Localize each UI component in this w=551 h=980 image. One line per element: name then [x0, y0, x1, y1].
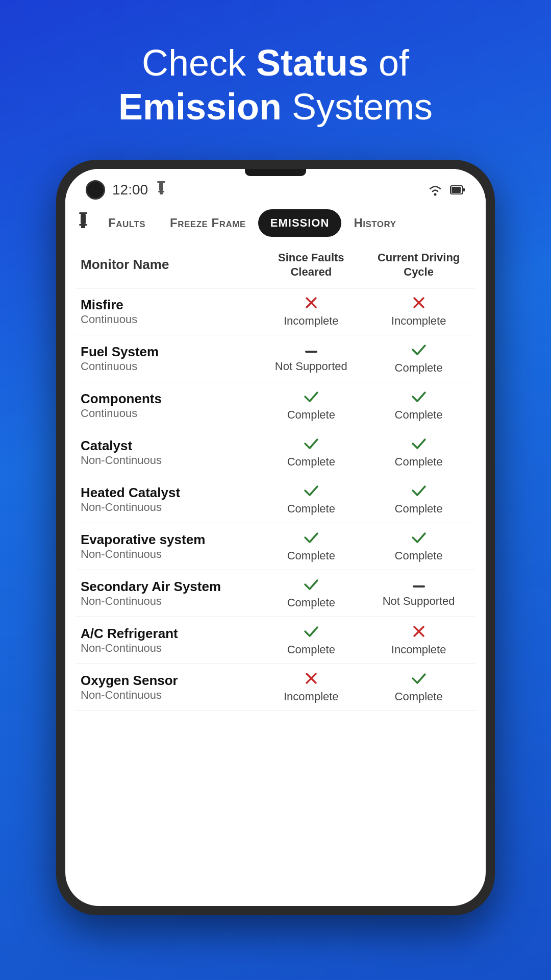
table-row: A/C RefrigerantNon-Continuous Complete I…: [76, 617, 475, 664]
monitor-type: Non-Continuous: [81, 689, 255, 702]
current-cycle-cell: Not Supported: [362, 570, 475, 617]
status-text: Complete: [367, 455, 470, 469]
check-icon: [265, 389, 357, 406]
tab-emission[interactable]: Emission: [258, 209, 342, 237]
svg-rect-6: [452, 187, 461, 193]
check-icon: [265, 436, 357, 453]
cross-icon: [265, 671, 357, 688]
cross-icon: [367, 624, 470, 641]
monitor-name-cell: A/C RefrigerantNon-Continuous: [76, 617, 260, 664]
current-cycle-cell: Complete: [362, 429, 475, 476]
obd-icon: [155, 181, 167, 199]
svg-rect-10: [79, 224, 87, 226]
check-icon: [367, 389, 470, 406]
since-faults-cell: Incomplete: [260, 664, 362, 710]
tab-freeze-frame[interactable]: Freeze Frame: [158, 209, 258, 237]
hero-emission: Emission: [118, 86, 282, 127]
svg-rect-8: [79, 212, 87, 214]
cross-icon: [265, 296, 357, 312]
check-icon: [367, 671, 470, 688]
emission-table: Monitor Name Since FaultsCleared Current…: [76, 242, 475, 711]
table-row: Fuel SystemContinuous Not Supported Comp…: [76, 335, 475, 382]
monitor-type: Continuous: [81, 360, 255, 373]
monitor-name: Oxygen Sensor: [81, 673, 255, 689]
monitor-name: Components: [81, 391, 255, 407]
since-faults-cell: Not Supported: [260, 335, 362, 382]
since-faults-cell: Complete: [260, 523, 362, 570]
status-text: Complete: [265, 502, 357, 516]
status-text: Incomplete: [367, 643, 470, 656]
svg-rect-9: [81, 214, 86, 224]
phone-frame: 12:00: [56, 160, 495, 915]
current-cycle-cell: Complete: [362, 476, 475, 523]
monitor-type: Non-Continuous: [81, 642, 255, 655]
wifi-icon: [427, 183, 444, 197]
current-cycle-cell: Complete: [362, 664, 475, 710]
svg-rect-7: [463, 188, 465, 191]
tab-faults[interactable]: Faults: [96, 209, 158, 237]
nav-tabs: Faults Freeze Frame Emission History: [65, 205, 486, 242]
col-since-faults: Since FaultsCleared: [260, 242, 362, 288]
monitor-name: Secondary Air System: [81, 579, 255, 595]
svg-rect-1: [159, 183, 163, 191]
dash-icon: [265, 344, 357, 358]
monitor-name: Evaporative system: [81, 532, 255, 548]
check-icon: [265, 624, 357, 641]
svg-rect-0: [157, 181, 165, 183]
status-time: 12:00: [112, 182, 148, 198]
table-row: Heated CatalystNon-Continuous Complete C…: [76, 476, 475, 523]
status-text: Complete: [265, 408, 357, 422]
current-cycle-cell: Complete: [362, 335, 475, 382]
table-row: Secondary Air SystemNon-Continuous Compl…: [76, 570, 475, 617]
table-row: MisfireContinuous Incomplete Incomplete: [76, 288, 475, 335]
status-text: Complete: [367, 361, 470, 375]
status-text: Incomplete: [265, 314, 357, 328]
monitor-name-cell: Heated CatalystNon-Continuous: [76, 476, 260, 523]
table-row: ComponentsContinuous Complete Complete: [76, 382, 475, 429]
monitor-type: Continuous: [81, 313, 255, 326]
current-cycle-cell: Incomplete: [362, 617, 475, 664]
monitor-name-cell: Oxygen SensorNon-Continuous: [76, 664, 260, 710]
table-row: Oxygen SensorNon-Continuous Incomplete C…: [76, 664, 475, 710]
table-row: Evaporative systemNon-Continuous Complet…: [76, 523, 475, 570]
since-faults-cell: Complete: [260, 429, 362, 476]
dash-icon: [367, 578, 470, 593]
tab-history[interactable]: History: [341, 209, 408, 237]
check-icon: [367, 483, 470, 500]
status-text: Complete: [265, 549, 357, 562]
since-faults-cell: Incomplete: [260, 288, 362, 335]
phone-screen: 12:00: [65, 169, 486, 906]
camera-icon: [86, 180, 105, 200]
svg-rect-12: [305, 351, 317, 353]
svg-rect-3: [160, 192, 163, 194]
status-text: Not Supported: [367, 595, 470, 608]
status-text: Complete: [367, 502, 470, 516]
monitor-name: Fuel System: [81, 344, 255, 360]
status-text: Incomplete: [265, 690, 357, 703]
check-icon: [367, 436, 470, 453]
status-text: Incomplete: [367, 314, 470, 328]
status-text: Complete: [265, 455, 357, 469]
monitor-name-cell: Evaporative systemNon-Continuous: [76, 523, 260, 570]
since-faults-cell: Complete: [260, 476, 362, 523]
battery-icon: [450, 183, 465, 197]
obd-nav-icon: [76, 212, 91, 233]
monitor-name-cell: Secondary Air SystemNon-Continuous: [76, 570, 260, 617]
status-text: Complete: [367, 549, 470, 562]
monitor-type: Non-Continuous: [81, 454, 255, 467]
monitor-type: Non-Continuous: [81, 548, 255, 561]
phone-notch: [245, 169, 306, 176]
check-icon: [265, 577, 357, 594]
monitor-type: Non-Continuous: [81, 595, 255, 608]
monitor-name: Heated Catalyst: [81, 485, 255, 501]
table-row: CatalystNon-Continuous Complete Complete: [76, 429, 475, 476]
svg-rect-2: [158, 191, 164, 192]
hero-line1: Check Status ofEmission Systems: [118, 42, 433, 127]
emission-table-container: Monitor Name Since FaultsCleared Current…: [65, 242, 486, 906]
monitor-name: A/C Refrigerant: [81, 626, 255, 642]
since-faults-cell: Complete: [260, 382, 362, 429]
status-text: Complete: [265, 643, 357, 656]
cross-icon: [367, 296, 470, 312]
svg-rect-11: [81, 226, 85, 228]
status-text: Complete: [367, 690, 470, 703]
